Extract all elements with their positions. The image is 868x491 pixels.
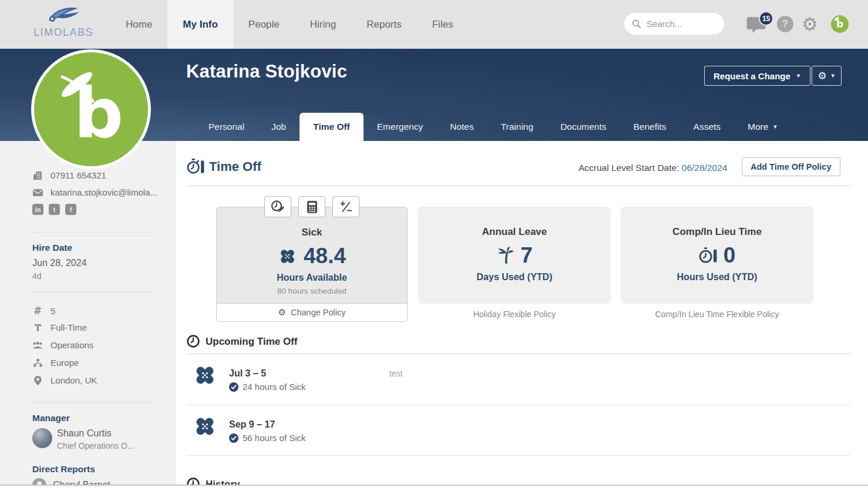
division-row: Europe xyxy=(32,358,79,368)
page-title: Time Off xyxy=(209,159,261,174)
employee-number: 5 xyxy=(51,306,55,316)
calculator-icon xyxy=(307,201,317,213)
tab-notes[interactable]: Notes xyxy=(436,113,487,141)
nav-item-reports[interactable]: Reports xyxy=(351,0,417,49)
division: Europe xyxy=(51,358,79,368)
approved-check-icon xyxy=(229,382,238,392)
tab-time-off[interactable]: Time Off xyxy=(300,113,364,141)
chevron-down-icon: ▼ xyxy=(796,73,801,79)
divider xyxy=(187,405,850,405)
bandage-icon xyxy=(193,363,217,390)
nav-item-hiring[interactable]: Hiring xyxy=(295,0,351,49)
bandage-icon xyxy=(278,247,297,266)
tab-training[interactable]: Training xyxy=(487,113,547,141)
search-input[interactable] xyxy=(647,19,714,29)
email-row[interactable]: katarina.stojkovic@limola... xyxy=(32,187,157,197)
hammer-icon xyxy=(32,323,43,332)
location: London, UK xyxy=(51,375,97,385)
hire-date-label: Hire Date xyxy=(32,243,72,253)
card-unit-label: Hours Used (YTD) xyxy=(677,272,758,283)
window-border xyxy=(0,485,868,486)
request-a-change-button[interactable]: Request a Change ▼ xyxy=(704,66,810,86)
divider xyxy=(32,292,153,292)
nav-item-files[interactable]: Files xyxy=(417,0,469,49)
hire-date-value: Jun 28, 2024 xyxy=(32,258,87,268)
user-avatar[interactable]: b xyxy=(831,15,849,33)
nav-item-my-info[interactable]: My Info xyxy=(167,0,233,49)
search-box[interactable] xyxy=(624,13,724,35)
employee-avatar[interactable]: b xyxy=(31,49,151,169)
hours-used-value: 0 xyxy=(724,243,736,268)
policy-action-buttons xyxy=(264,196,359,217)
card-title: Sick xyxy=(302,227,322,238)
hours-available-value: 48.4 xyxy=(304,244,346,268)
approved-check-icon xyxy=(229,433,238,443)
nav-item-home[interactable]: Home xyxy=(110,0,167,49)
main-nav: Home My Info People Hiring Reports Files xyxy=(110,0,469,49)
tab-emergency[interactable]: Emergency xyxy=(364,113,436,141)
add-time-off-policy-button[interactable]: Add Time Off Policy xyxy=(742,157,840,176)
change-policy-button[interactable]: ⚙ Change Policy xyxy=(216,303,408,322)
edit-time-off-button[interactable] xyxy=(264,196,291,217)
tab-assets[interactable]: Assets xyxy=(680,113,735,141)
divider xyxy=(187,354,850,354)
scheduled-hours-note: 80 hours scheduled xyxy=(277,287,346,295)
linkedin-icon[interactable]: in xyxy=(32,204,43,215)
department-row: Operations xyxy=(32,340,93,350)
sick-balance-card[interactable]: Sick 48.4 Hours Available 80 hours sched… xyxy=(216,207,408,322)
header-settings-button[interactable]: ⚙ ▼ xyxy=(812,66,842,86)
manager-name[interactable]: Shaun Curtis xyxy=(57,428,112,439)
search-icon xyxy=(632,19,641,29)
employee-name: Katarina Stojkovic xyxy=(186,61,347,82)
clock-edit-icon xyxy=(271,200,285,214)
stopwatch-icon xyxy=(699,247,717,264)
comp-in-lieu-card[interactable]: Comp/In Lieu Time 0 Hours Used (YTD) xyxy=(621,207,813,304)
help-icon[interactable]: ? xyxy=(777,16,793,32)
employment-type-row: Full-Time xyxy=(32,322,87,332)
settings-gear-icon[interactable]: ⚙ xyxy=(802,13,818,35)
annual-leave-card[interactable]: Annual Leave 7 Days Used (YTD) xyxy=(418,207,611,304)
employee-number-row: # 5 xyxy=(32,305,55,317)
accrual-label: Accrual Level Start Date: xyxy=(578,163,679,173)
chevron-down-icon: ▼ xyxy=(830,73,836,79)
twitter-icon[interactable]: t xyxy=(49,204,60,215)
chevron-down-icon: ▼ xyxy=(772,125,778,130)
team-icon xyxy=(32,341,43,349)
nav-item-people[interactable]: People xyxy=(233,0,295,49)
adjust-balance-button[interactable] xyxy=(332,196,359,217)
brand-name: LIMOLABS xyxy=(28,26,99,39)
time-off-stopwatch-icon xyxy=(187,159,204,177)
divider xyxy=(32,232,153,233)
facebook-icon[interactable]: f xyxy=(65,204,76,215)
divider xyxy=(187,455,850,456)
gear-icon: ⚙ xyxy=(817,71,826,81)
comp-policy-name: Comp/In Lieu Time Flexible Policy xyxy=(621,310,813,319)
card-title: Annual Leave xyxy=(482,226,547,238)
tenure: 4d xyxy=(32,271,42,281)
location-pin-icon xyxy=(32,376,43,385)
time-off-detail: 24 hours of Sick xyxy=(229,382,306,392)
tab-benefits[interactable]: Benefits xyxy=(620,113,680,141)
notification-badge: 15 xyxy=(759,11,773,26)
tab-personal[interactable]: Personal xyxy=(195,113,258,141)
limolabs-bird-icon xyxy=(45,4,82,25)
tab-documents[interactable]: Documents xyxy=(547,113,620,141)
calculator-button[interactable] xyxy=(298,196,325,217)
org-chart-icon xyxy=(32,359,43,367)
accrual-date-link[interactable]: 06/28/2024 xyxy=(682,163,728,173)
tab-more[interactable]: More ▼ xyxy=(734,113,791,141)
manager-title: Chief Operations O... xyxy=(57,441,134,450)
top-navigation-bar: LIMOLABS Home My Info People Hiring Repo… xyxy=(0,0,868,49)
app-window: LIMOLABS Home My Info People Hiring Repo… xyxy=(0,0,868,491)
card-unit-label: Days Used (YTD) xyxy=(477,272,553,283)
company-logo[interactable]: LIMOLABS xyxy=(28,4,99,39)
time-off-dates: Jul 3 – 5 xyxy=(229,368,266,379)
clock-icon xyxy=(187,335,200,350)
gear-icon: ⚙ xyxy=(278,308,286,317)
divider xyxy=(32,402,153,403)
employee-tabs: Personal Job Time Off Emergency Notes Tr… xyxy=(195,113,791,141)
divider xyxy=(187,186,850,186)
manager-label: Manager xyxy=(32,413,70,423)
tab-job[interactable]: Job xyxy=(258,113,300,141)
time-off-dates: Sep 9 – 17 xyxy=(229,419,275,430)
